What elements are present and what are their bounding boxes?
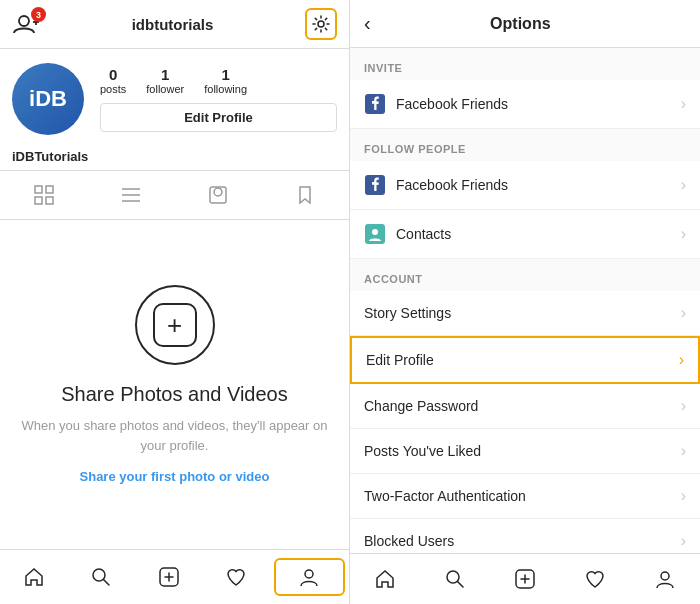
options-list: INVITE Facebook Friends › FOLLOW PEOPLE … <box>350 48 700 553</box>
add-circle: + <box>135 285 215 365</box>
posts-liked-label: Posts You've Liked <box>364 443 681 459</box>
right-nav-add[interactable] <box>490 562 560 596</box>
svg-rect-7 <box>46 197 53 204</box>
share-link[interactable]: Share your first photo or video <box>80 469 270 484</box>
svg-point-28 <box>661 572 669 580</box>
story-settings-label: Story Settings <box>364 305 681 321</box>
nav-profile[interactable] <box>274 558 345 596</box>
options-header: ‹ Options <box>350 0 700 48</box>
facebook-follow-label: Facebook Friends <box>396 177 681 193</box>
svg-rect-12 <box>210 187 226 203</box>
two-factor-label: Two-Factor Authentication <box>364 488 681 504</box>
posts-stat: 0 posts <box>100 66 126 95</box>
stats-row: 0 posts 1 follower 1 following <box>100 66 337 95</box>
add-icon <box>158 566 180 588</box>
empty-desc: When you share photos and videos, they'l… <box>21 416 327 455</box>
contacts-label: Contacts <box>396 226 681 242</box>
tag-tab[interactable] <box>175 179 262 211</box>
chevron-icon: › <box>679 351 684 369</box>
heart-icon <box>225 566 247 588</box>
change-password-label: Change Password <box>364 398 681 414</box>
profile-info: 0 posts 1 follower 1 following Edit Prof… <box>100 66 337 132</box>
top-bar: 3 idbtutorials <box>0 0 349 49</box>
profile-icon <box>654 568 676 590</box>
list-icon <box>121 185 141 205</box>
svg-rect-6 <box>35 197 42 204</box>
facebook-follow-item[interactable]: Facebook Friends › <box>350 161 700 210</box>
home-icon <box>23 566 45 588</box>
svg-rect-5 <box>46 186 53 193</box>
chevron-icon: › <box>681 304 686 322</box>
left-panel: 3 idbtutorials iDB 0 posts 1 follower <box>0 0 350 604</box>
grid-icon <box>34 185 54 205</box>
edit-profile-button[interactable]: Edit Profile <box>100 103 337 132</box>
facebook-invite-icon <box>364 93 386 115</box>
edit-profile-label: Edit Profile <box>366 352 679 368</box>
profile-icon <box>298 566 320 588</box>
svg-point-18 <box>305 570 313 578</box>
grid-tab[interactable] <box>0 179 87 211</box>
follower-label: follower <box>146 83 184 95</box>
svg-point-3 <box>318 21 324 27</box>
two-factor-item[interactable]: Two-Factor Authentication › <box>350 474 700 519</box>
right-nav-profile[interactable] <box>630 562 700 596</box>
profile-name: iDBTutorials <box>0 145 349 170</box>
posts-label: posts <box>100 83 126 95</box>
follower-stat: 1 follower <box>146 66 184 95</box>
blocked-users-item[interactable]: Blocked Users › <box>350 519 700 553</box>
search-icon <box>90 566 112 588</box>
svg-point-11 <box>214 188 222 196</box>
add-person-button[interactable]: 3 <box>12 13 40 35</box>
right-nav-home[interactable] <box>350 562 420 596</box>
posts-count: 0 <box>109 66 117 83</box>
empty-state: + Share Photos and Videos When you share… <box>0 220 349 549</box>
nav-search[interactable] <box>67 558 134 596</box>
follow-people-section-header: FOLLOW PEOPLE <box>350 129 700 161</box>
bottom-nav <box>0 549 349 604</box>
heart-icon <box>584 568 606 590</box>
add-circle-inner: + <box>153 303 197 347</box>
chevron-icon: › <box>681 442 686 460</box>
person-tag-icon <box>208 185 228 205</box>
home-icon <box>374 568 396 590</box>
svg-point-0 <box>19 16 29 26</box>
invite-section-header: INVITE <box>350 48 700 80</box>
nav-home[interactable] <box>0 558 67 596</box>
following-label: following <box>204 83 247 95</box>
blocked-users-label: Blocked Users <box>364 533 681 549</box>
svg-point-22 <box>372 229 378 235</box>
empty-title: Share Photos and Videos <box>61 383 287 406</box>
username-title: idbtutorials <box>132 16 214 33</box>
bookmark-icon <box>295 185 315 205</box>
right-nav-search[interactable] <box>420 562 490 596</box>
avatar: iDB <box>12 63 84 135</box>
facebook-invite-item[interactable]: Facebook Friends › <box>350 80 700 129</box>
chevron-icon: › <box>681 225 686 243</box>
view-tabs <box>0 170 349 220</box>
chevron-icon: › <box>681 487 686 505</box>
nav-add[interactable] <box>135 558 202 596</box>
change-password-item[interactable]: Change Password › <box>350 384 700 429</box>
right-nav-heart[interactable] <box>560 562 630 596</box>
right-panel: ‹ Options INVITE Facebook Friends › FOLL… <box>350 0 700 604</box>
list-tab[interactable] <box>87 179 174 211</box>
bookmark-tab[interactable] <box>262 179 349 211</box>
chevron-icon: › <box>681 397 686 415</box>
contacts-icon <box>364 223 386 245</box>
add-icon <box>514 568 536 590</box>
svg-line-24 <box>458 582 464 588</box>
following-stat: 1 following <box>204 66 247 95</box>
notification-badge: 3 <box>31 7 46 22</box>
nav-heart[interactable] <box>202 558 269 596</box>
gear-icon <box>312 15 330 33</box>
gear-button[interactable] <box>305 8 337 40</box>
back-button[interactable]: ‹ <box>364 12 371 35</box>
posts-liked-item[interactable]: Posts You've Liked › <box>350 429 700 474</box>
facebook-follow-icon <box>364 174 386 196</box>
profile-section: iDB 0 posts 1 follower 1 following Edit … <box>0 49 349 145</box>
edit-profile-item[interactable]: Edit Profile › <box>350 336 700 384</box>
facebook-invite-label: Facebook Friends <box>396 96 681 112</box>
contacts-item[interactable]: Contacts › <box>350 210 700 259</box>
search-icon <box>444 568 466 590</box>
story-settings-item[interactable]: Story Settings › <box>350 291 700 336</box>
